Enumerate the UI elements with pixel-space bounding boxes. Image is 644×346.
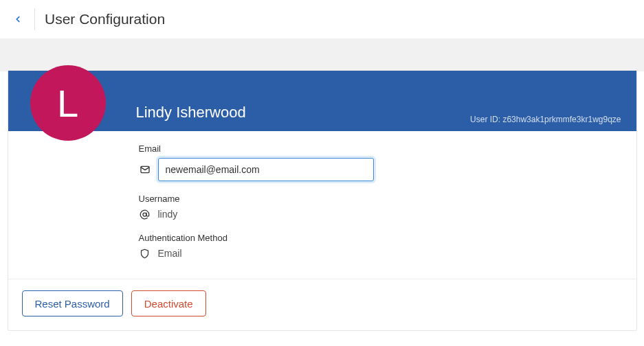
card-body: Email Username lindy Authen — [8, 131, 636, 279]
deactivate-button[interactable]: Deactivate — [131, 290, 206, 316]
topbar: User Configuration — [0, 0, 644, 38]
field-auth-method: Authentication Method Email — [139, 233, 617, 260]
user-id-line: User ID: z63hw3ak1prkmmfe3kr1wg9qze — [470, 115, 621, 124]
auth-method-label: Authentication Method — [139, 233, 617, 243]
reset-password-button[interactable]: Reset Password — [22, 290, 123, 316]
back-button[interactable] — [8, 10, 27, 29]
user-card: L Lindy Isherwood User ID: z63hw3ak1prkm… — [8, 70, 637, 331]
user-id-label: User ID: — [470, 115, 500, 124]
auth-method-value: Email — [158, 248, 182, 259]
avatar: L — [30, 65, 106, 141]
page-title: User Configuration — [45, 11, 165, 27]
email-input[interactable] — [158, 158, 374, 181]
field-email: Email — [139, 143, 617, 181]
user-id-value: z63hw3ak1prkmmfe3kr1wg9qze — [502, 115, 621, 124]
email-label: Email — [139, 143, 617, 154]
username-value: lindy — [158, 209, 178, 220]
shield-icon — [139, 247, 151, 260]
subheader-band — [0, 38, 644, 71]
at-sign-icon — [139, 208, 151, 220]
user-display-name: Lindy Isherwood — [136, 104, 246, 122]
svg-point-1 — [143, 213, 146, 216]
divider — [34, 8, 35, 30]
hero-banner: L Lindy Isherwood User ID: z63hw3ak1prkm… — [8, 71, 636, 131]
username-label: Username — [139, 194, 617, 204]
chevron-left-icon — [13, 14, 23, 24]
card-footer: Reset Password Deactivate — [8, 279, 636, 330]
field-username: Username lindy — [139, 194, 617, 220]
avatar-initial: L — [57, 81, 78, 126]
envelope-icon — [139, 163, 151, 176]
